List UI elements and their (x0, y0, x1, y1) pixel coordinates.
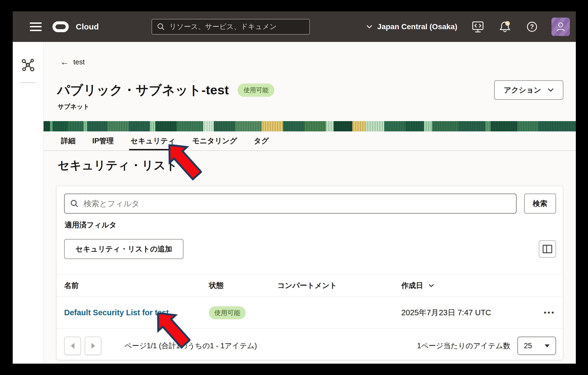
chevron-down-icon (366, 25, 372, 29)
items-per-page-value: 25 (524, 342, 532, 350)
columns-icon (543, 245, 552, 253)
column-settings-button[interactable] (539, 240, 556, 258)
hamburger-menu-icon[interactable] (30, 22, 42, 31)
actions-button-label: アクション (504, 85, 541, 95)
network-topology-icon[interactable] (21, 58, 35, 73)
row-status-badge: 使用可能 (209, 306, 246, 319)
tab-ip-management[interactable]: IP管理 (92, 131, 114, 150)
notifications-bell-icon[interactable] (498, 20, 511, 33)
topbar-right: Japan Central (Osaka) (366, 18, 576, 36)
svg-text:?: ? (530, 23, 534, 30)
row-actions-menu-icon[interactable]: ••• (544, 308, 555, 317)
cloud-shell-icon[interactable] (471, 20, 484, 33)
global-search-input[interactable] (169, 22, 304, 31)
person-icon (554, 21, 567, 33)
global-search[interactable] (152, 19, 310, 35)
filter-search-input[interactable] (83, 199, 511, 208)
actions-button[interactable]: アクション (494, 80, 563, 100)
region-selector[interactable]: Japan Central (Osaka) (366, 22, 457, 31)
brand-label: Cloud (76, 22, 99, 31)
filter-row: 検索 (64, 194, 556, 214)
applied-filters-label: 適用済フィルタ (65, 220, 117, 230)
title-row: パブリック・サブネット-test 使用可能 (57, 82, 274, 98)
status-badge: 使用可能 (238, 84, 274, 97)
tab-security[interactable]: セキュリティ (131, 131, 176, 150)
add-security-list-button[interactable]: セキュリティ・リストの追加 (64, 239, 183, 259)
topbar: Cloud Japan Central (Osaka) (13, 11, 576, 42)
oracle-logo-icon[interactable] (52, 21, 69, 32)
tab-tags[interactable]: タグ (254, 131, 269, 150)
column-header-created[interactable]: 作成日 (401, 281, 515, 290)
main-content: ← test パブリック・サブネット-test 使用可能 サブネット アクション… (44, 42, 576, 364)
column-header-name: 名前 (64, 281, 209, 290)
help-icon[interactable]: ? (525, 20, 538, 33)
search-icon (70, 199, 79, 208)
user-avatar[interactable] (551, 18, 570, 36)
security-lists-table: 名前 状態 コンパートメント 作成日 Default Security List… (57, 274, 563, 329)
column-header-state: 状態 (209, 281, 277, 290)
pagination-bar: ページ1/1 (合計1のうちの1 - 1アイテム) 1ページ当たりのアイテム数 … (64, 336, 556, 355)
section-title: セキュリティ・リスト (58, 158, 178, 173)
caret-down-icon (545, 344, 550, 347)
next-page-button[interactable] (85, 337, 101, 355)
tab-monitoring[interactable]: モニタリング (192, 131, 237, 150)
back-arrow-icon: ← (60, 58, 69, 66)
previous-page-button[interactable] (64, 337, 81, 355)
resource-type-label: サブネット (58, 102, 90, 111)
table-header-row: 名前 状態 コンパートメント 作成日 (57, 274, 563, 297)
toolbar-row: セキュリティ・リストの追加 (64, 239, 556, 259)
column-header-compartment: コンパートメント (277, 281, 401, 290)
search-icon (157, 23, 165, 31)
chevron-down-icon (548, 88, 554, 92)
breadcrumb-label: test (73, 58, 85, 66)
items-per-page-select[interactable]: 25 (517, 337, 556, 355)
page-title: パブリック・サブネット-test (57, 82, 229, 98)
table-row: Default Security List for test 使用可能 2025… (57, 297, 563, 329)
breadcrumb-back-link[interactable]: ← test (60, 58, 85, 66)
row-created-date: 2025年7月23日 7:47 UTC (401, 307, 491, 318)
tab-details[interactable]: 詳細 (61, 131, 75, 150)
next-arrow-icon (91, 343, 95, 349)
sort-chevron-icon (429, 284, 434, 287)
decorative-banner (44, 121, 576, 131)
prev-arrow-icon (71, 343, 74, 349)
page-summary: ページ1/1 (合計1のうちの1 - 1アイテム) (124, 341, 257, 351)
security-list-link[interactable]: Default Security List for test (64, 308, 169, 317)
console-window: Cloud Japan Central (Osaka) (13, 11, 576, 364)
items-per-page-label: 1ページ当たりのアイテム数 (417, 341, 510, 351)
region-name: Japan Central (Osaka) (377, 22, 457, 31)
left-sidebar (13, 42, 44, 364)
security-lists-card: 検索 適用済フィルタ セキュリティ・リストの追加 名前 状態 コンパートメント (56, 186, 563, 360)
filter-search-box[interactable] (64, 194, 517, 214)
search-button[interactable]: 検索 (524, 194, 556, 214)
sidebar-divider (20, 82, 35, 83)
tab-bar: 詳細 IP管理 セキュリティ モニタリング タグ (44, 131, 576, 151)
